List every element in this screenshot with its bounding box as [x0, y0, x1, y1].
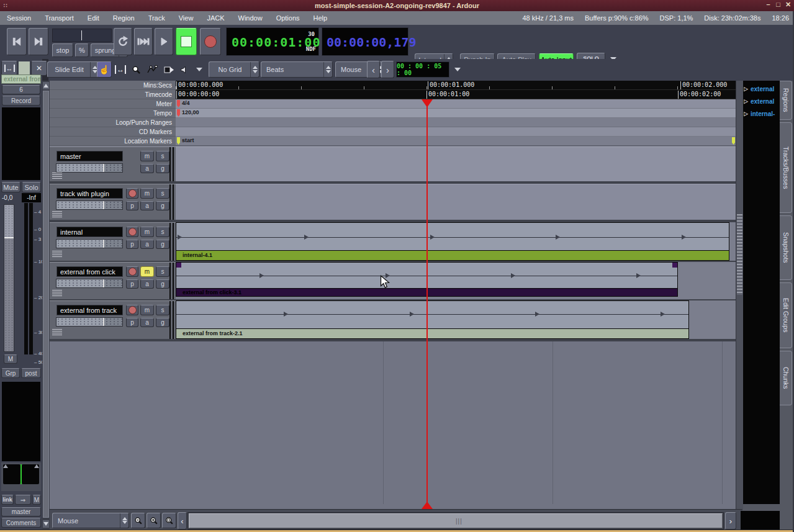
- track-gain-fader[interactable]: [56, 163, 123, 173]
- track-name-field[interactable]: external from track: [56, 305, 123, 315]
- play-button[interactable]: [155, 28, 173, 55]
- mute-button[interactable]: m: [140, 151, 154, 161]
- strip-solo-button[interactable]: Solo: [22, 182, 41, 192]
- tool-timefx-button[interactable]: [144, 61, 160, 78]
- track-content-master[interactable]: [176, 147, 736, 181]
- stop-button[interactable]: [176, 28, 197, 55]
- nudge-forward-button[interactable]: ›: [381, 61, 394, 78]
- track-name-field[interactable]: internal: [56, 227, 123, 237]
- bottom-edit-point-select[interactable]: Mouse: [52, 513, 129, 528]
- tempo-marker-label[interactable]: 120,00: [182, 109, 199, 115]
- track-header-external-from-track[interactable]: external from track m s p a g: [50, 300, 176, 339]
- expander-icon[interactable]: ▷: [744, 98, 748, 104]
- track-gain-fader[interactable]: [56, 317, 123, 327]
- menu-region[interactable]: Region: [106, 11, 142, 25]
- strip-plugin-box[interactable]: [2, 107, 40, 180]
- track-resize-grip[interactable]: [52, 290, 62, 296]
- track-resize-grip[interactable]: [52, 329, 62, 335]
- ruler-label-timecode[interactable]: Timecode: [50, 90, 176, 99]
- maximize-button[interactable]: □: [774, 1, 783, 8]
- track-header-master[interactable]: master m s a g: [50, 147, 176, 181]
- strip-panner[interactable]: [1, 462, 41, 491]
- tool-audition-region-button[interactable]: [161, 61, 177, 78]
- hscroll-left-button[interactable]: ‹: [178, 512, 187, 530]
- shuttle-units-button[interactable]: %: [75, 43, 89, 57]
- zoom-out-button[interactable]: [131, 513, 145, 528]
- solo-button[interactable]: s: [156, 266, 169, 277]
- tools-chevron-icon[interactable]: [196, 68, 202, 71]
- track-header-external-from-click[interactable]: external from click m s p a g: [50, 262, 176, 299]
- mute-button[interactable]: m: [140, 227, 154, 237]
- editor-vscrollbar[interactable]: [736, 81, 743, 509]
- region-list-item[interactable]: ▷ external: [744, 96, 780, 106]
- track-resize-grip[interactable]: [52, 251, 62, 257]
- track-content-internal[interactable]: internal-4.1: [176, 222, 736, 261]
- ruler-label-meter[interactable]: Meter: [50, 99, 176, 109]
- menu-transport[interactable]: Transport: [38, 11, 81, 25]
- strip-output-box[interactable]: [2, 382, 40, 461]
- automation-button[interactable]: a: [140, 279, 154, 289]
- play-range-button[interactable]: [134, 28, 153, 55]
- automation-button[interactable]: a: [140, 240, 154, 249]
- record-button[interactable]: [200, 28, 221, 55]
- automation-button[interactable]: a: [140, 318, 154, 327]
- loop-button[interactable]: [114, 28, 132, 55]
- strip-hide-button[interactable]: ✕: [31, 61, 47, 76]
- vscroll-thumb[interactable]: [43, 91, 49, 518]
- menu-session[interactable]: Session: [0, 11, 38, 25]
- track-gain-fader[interactable]: [56, 239, 123, 248]
- menu-jack[interactable]: JACK: [200, 11, 231, 25]
- group-button[interactable]: g: [156, 318, 169, 327]
- menu-view[interactable]: View: [172, 11, 201, 25]
- playhead-top-icon[interactable]: [422, 99, 433, 107]
- ruler-label-loop-punch[interactable]: Loop/Punch Ranges: [50, 118, 176, 127]
- track-gain-fader[interactable]: [56, 279, 123, 288]
- ruler-tempo[interactable]: 120,00: [176, 109, 736, 118]
- strip-group-button[interactable]: Grp: [1, 368, 20, 378]
- track-header-track-with-plugin[interactable]: track with plugin m s p a g: [50, 184, 176, 220]
- strip-record-button[interactable]: Record: [2, 96, 40, 106]
- mute-button[interactable]: m: [140, 305, 154, 315]
- region-name-bar[interactable]: internal-4.1: [176, 250, 729, 260]
- track-content-external-from-click[interactable]: external from click-3.1: [176, 262, 736, 299]
- ruler-timecode[interactable]: 00:00:00:00 00:00:01:00 00:00:02:00: [176, 90, 736, 99]
- pan-direction-button[interactable]: ⇒: [15, 495, 31, 505]
- menu-options[interactable]: Options: [269, 11, 307, 25]
- region-internal[interactable]: internal-4.1: [176, 222, 729, 261]
- mute-button[interactable]: m: [140, 188, 154, 199]
- tab-regions[interactable]: Regions: [780, 81, 792, 120]
- strip-input-button[interactable]: 6: [2, 85, 40, 94]
- meter-marker-label[interactable]: 4/4: [182, 100, 190, 106]
- go-start-button[interactable]: [7, 28, 27, 55]
- track-header-internal[interactable]: internal m s p a g: [50, 222, 176, 261]
- snap-unit-spinner-icon[interactable]: [323, 62, 332, 77]
- hscroll-right-button[interactable]: ›: [725, 512, 736, 530]
- playlist-button[interactable]: p: [126, 318, 138, 327]
- menu-track[interactable]: Track: [142, 11, 172, 25]
- zoom-fit-button[interactable]: [162, 513, 176, 528]
- hscroll-thumb[interactable]: |||: [189, 513, 723, 528]
- ruler-minsecs[interactable]: 00:00:00.000 00:00:01.000 00:00:02.000: [176, 81, 736, 90]
- track-gain-fader[interactable]: [56, 201, 123, 210]
- bottom-edit-point-spinner-icon[interactable]: [120, 513, 129, 528]
- track-resize-grip[interactable]: [52, 173, 62, 179]
- playlist-button[interactable]: p: [126, 240, 138, 249]
- region-list[interactable]: ▷ external ▷ external ▷ internal-: [742, 81, 780, 504]
- menu-window[interactable]: Window: [232, 11, 269, 25]
- start-marker-icon[interactable]: [177, 137, 180, 145]
- strip-mute-button[interactable]: Mute: [1, 182, 20, 192]
- ruler-location-markers[interactable]: start: [176, 137, 736, 146]
- snap-mode-select[interactable]: No Grid: [209, 61, 259, 78]
- ruler-label-location-markers[interactable]: Location Markers: [50, 137, 176, 146]
- playlist-button[interactable]: p: [126, 201, 138, 210]
- ruler-meter[interactable]: 4/4: [176, 99, 736, 109]
- minimize-button[interactable]: –: [764, 1, 773, 8]
- ruler-label-cd-markers[interactable]: CD Markers: [50, 127, 176, 137]
- track-vscrollbar[interactable]: [42, 81, 50, 532]
- close-button[interactable]: ✕: [783, 1, 793, 9]
- strip-metering-button[interactable]: M: [4, 354, 17, 364]
- tab-tracks-busses[interactable]: Tracks/Busses: [780, 122, 792, 213]
- menu-edit[interactable]: Edit: [81, 11, 106, 25]
- region-gain-line[interactable]: [176, 237, 729, 238]
- record-arm-button[interactable]: [126, 305, 138, 315]
